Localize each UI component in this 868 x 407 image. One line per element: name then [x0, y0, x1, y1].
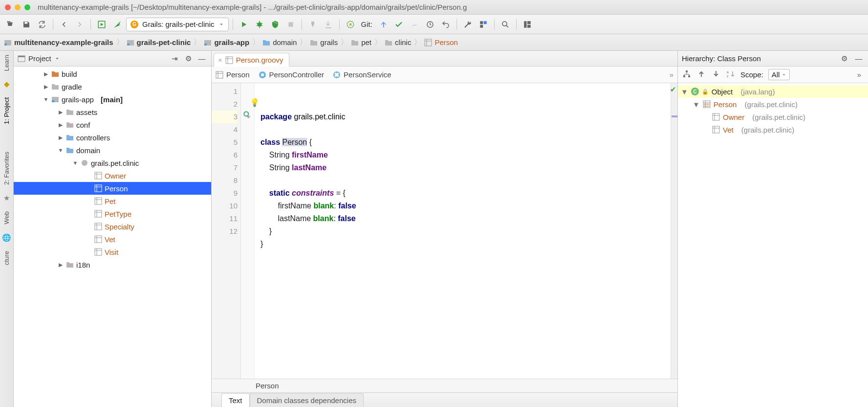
vcs-history-icon[interactable]: [408, 18, 421, 31]
collapse-icon[interactable]: ⇥: [169, 52, 180, 66]
forward-icon[interactable]: [73, 18, 87, 31]
undo-icon[interactable]: [439, 18, 453, 31]
nav-item-service[interactable]: PersonService: [333, 70, 391, 79]
tree-node-assets[interactable]: ▶assets: [14, 106, 211, 118]
nav-item-controller[interactable]: PersonController: [259, 70, 325, 79]
vcs-revert-icon[interactable]: [423, 18, 437, 31]
tree-node-domain[interactable]: ▼domain: [14, 144, 211, 157]
tree-node-vet[interactable]: Vet: [14, 233, 211, 246]
stripe-marker[interactable]: [672, 115, 677, 117]
module-icon: [51, 95, 59, 103]
gear-icon[interactable]: ⚙: [183, 52, 194, 66]
bottom-tab-text[interactable]: Text: [221, 393, 250, 407]
tree-node-pet[interactable]: Pet: [14, 195, 211, 207]
code-content[interactable]: package grails.pet.clinic class Person {…: [255, 83, 671, 379]
vcs-update-icon[interactable]: [376, 18, 390, 31]
breadcrumb-grails[interactable]: grails: [310, 38, 338, 46]
run-target-icon[interactable]: [95, 18, 108, 31]
breadcrumb-clinic[interactable]: clinic: [385, 38, 411, 46]
layout-icon[interactable]: [521, 18, 534, 31]
class-hierarchy-icon[interactable]: [682, 70, 692, 79]
more-icon[interactable]: »: [854, 70, 864, 79]
sync-icon[interactable]: [35, 18, 49, 31]
subtypes-icon[interactable]: [711, 70, 721, 79]
project-icon: [18, 55, 25, 63]
vcs-commit-icon[interactable]: [392, 18, 406, 31]
domain-class-icon: [225, 56, 233, 64]
structure-tool-tab[interactable]: cture: [3, 251, 10, 265]
minimize-window-button[interactable]: [15, 4, 21, 10]
hierarchy-title: Hierarchy: Class Person: [682, 54, 761, 63]
minimize-icon[interactable]: —: [196, 52, 207, 66]
bottom-tab-dependencies[interactable]: Domain classes dependencies: [250, 393, 364, 407]
save-all-icon[interactable]: [20, 18, 33, 31]
structure-icon[interactable]: [477, 18, 490, 31]
line-number-gutter: 12 34 56 78 910 1112: [212, 83, 241, 379]
minimize-icon[interactable]: —: [853, 52, 864, 66]
learn-tool-tab[interactable]: Learn: [3, 55, 10, 71]
nav-item-person[interactable]: Person: [216, 70, 250, 79]
chevron-down-icon[interactable]: [54, 56, 60, 62]
attach-icon[interactable]: [306, 18, 320, 31]
tree-node-gradle[interactable]: ▶gradle: [14, 80, 211, 93]
maximize-window-button[interactable]: [24, 4, 30, 10]
favorites-tool-tab[interactable]: 2: Favorites: [3, 152, 10, 185]
search-icon[interactable]: [499, 18, 512, 31]
project-tool-tab[interactable]: 1: Project: [3, 97, 10, 124]
svg-rect-74: [713, 126, 719, 133]
close-window-button[interactable]: [5, 4, 11, 10]
svg-point-5: [349, 23, 351, 25]
coverage-icon[interactable]: [268, 18, 282, 31]
hierarchy-node-person[interactable]: ▼Person (grails.pet.clinic): [678, 98, 868, 111]
close-tab-icon[interactable]: ×: [218, 56, 222, 64]
breadcrumb-domain[interactable]: domain: [262, 38, 297, 46]
web-tool-tab[interactable]: Web: [3, 211, 10, 225]
breadcrumb-root[interactable]: multitenancy-example-grails: [4, 38, 113, 46]
hierarchy-tree[interactable]: ▼C🔒Object (java.lang) ▼Person (grails.pe…: [678, 83, 868, 407]
build-icon[interactable]: [110, 18, 124, 31]
open-icon[interactable]: [4, 18, 18, 31]
tree-node-controllers[interactable]: ▶controllers: [14, 131, 211, 144]
gear-icon[interactable]: ⚙: [839, 52, 849, 66]
breadcrumb-app[interactable]: grails-app: [204, 38, 249, 46]
hierarchy-node-owner[interactable]: Owner (grails.pet.clinic): [678, 111, 868, 123]
hierarchy-node-vet[interactable]: Vet (grails.pet.clinic): [678, 123, 868, 136]
stop-icon[interactable]: [284, 18, 298, 31]
run-configuration-selector[interactable]: G Grails: grails-pet-clinic: [126, 18, 229, 31]
error-stripe[interactable]: ✔: [671, 83, 677, 379]
breadcrumb-pet[interactable]: pet: [351, 38, 371, 46]
tree-node-person[interactable]: Person: [14, 182, 211, 195]
overridden-marker-icon[interactable]: [243, 111, 252, 119]
code-editor[interactable]: 12 34 56 78 910 1112 💡 package grails.pe…: [212, 83, 677, 379]
tree-node-build[interactable]: ▶build: [14, 68, 211, 80]
tree-node-visit[interactable]: Visit: [14, 246, 211, 258]
breadcrumb-module[interactable]: grails-pet-clinic: [127, 38, 191, 46]
debug-icon[interactable]: [253, 18, 266, 31]
tree-node-pettype[interactable]: PetType: [14, 207, 211, 220]
breadcrumb-file[interactable]: Person: [424, 38, 458, 46]
refresh-icon[interactable]: [344, 18, 357, 31]
svg-rect-3: [288, 22, 293, 26]
tree-node-specialty[interactable]: Specialty: [14, 220, 211, 233]
editor-tab-person[interactable]: × Person.groovy: [214, 53, 289, 67]
svg-rect-24: [18, 56, 25, 57]
nav-more-icon[interactable]: »: [670, 70, 673, 79]
editor-area: × Person.groovy Person PersonController …: [212, 51, 677, 407]
tree-node-package[interactable]: ▼grails.pet.clinic: [14, 157, 211, 169]
supertypes-icon[interactable]: [696, 70, 706, 79]
tree-node-grails-app[interactable]: ▼grails-app [main]: [14, 93, 211, 106]
back-icon[interactable]: [57, 18, 71, 31]
project-tree[interactable]: ▶build ▶gradle ▼grails-app [main] ▶asset…: [14, 67, 211, 407]
tree-node-conf[interactable]: ▶conf: [14, 118, 211, 131]
sort-alpha-icon[interactable]: az: [726, 70, 736, 79]
download-icon[interactable]: [322, 18, 335, 31]
run-icon[interactable]: [237, 18, 251, 31]
svg-point-10: [502, 22, 507, 26]
tree-node-owner[interactable]: Owner: [14, 169, 211, 182]
wrench-icon[interactable]: [461, 18, 475, 31]
tree-node-i18n[interactable]: ▶i18n: [14, 258, 211, 271]
editor-breadcrumb[interactable]: Person: [212, 379, 677, 392]
scope-selector[interactable]: All: [768, 69, 790, 80]
project-panel-title[interactable]: Project: [28, 54, 51, 63]
hierarchy-node-object[interactable]: ▼C🔒Object (java.lang): [678, 85, 868, 98]
